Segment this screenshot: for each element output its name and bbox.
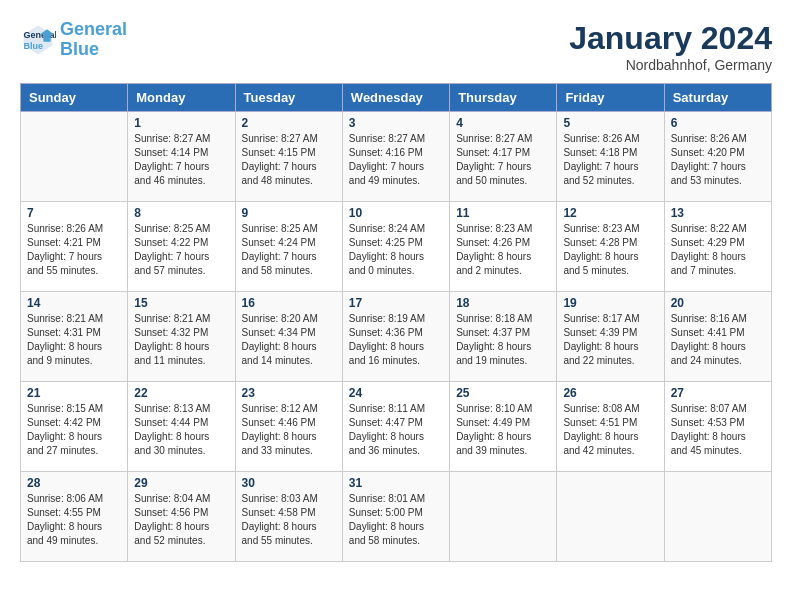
day-number: 26 bbox=[563, 386, 657, 400]
day-number: 5 bbox=[563, 116, 657, 130]
calendar-cell: 19Sunrise: 8:17 AMSunset: 4:39 PMDayligh… bbox=[557, 292, 664, 382]
day-info: Sunrise: 8:20 AMSunset: 4:34 PMDaylight:… bbox=[242, 312, 336, 368]
day-info: Sunrise: 8:03 AMSunset: 4:58 PMDaylight:… bbox=[242, 492, 336, 548]
day-header-saturday: Saturday bbox=[664, 84, 771, 112]
day-info: Sunrise: 8:19 AMSunset: 4:36 PMDaylight:… bbox=[349, 312, 443, 368]
calendar-week-5: 28Sunrise: 8:06 AMSunset: 4:55 PMDayligh… bbox=[21, 472, 772, 562]
day-header-wednesday: Wednesday bbox=[342, 84, 449, 112]
day-info: Sunrise: 8:21 AMSunset: 4:32 PMDaylight:… bbox=[134, 312, 228, 368]
day-info: Sunrise: 8:27 AMSunset: 4:14 PMDaylight:… bbox=[134, 132, 228, 188]
calendar-cell: 7Sunrise: 8:26 AMSunset: 4:21 PMDaylight… bbox=[21, 202, 128, 292]
day-number: 3 bbox=[349, 116, 443, 130]
calendar-week-1: 1Sunrise: 8:27 AMSunset: 4:14 PMDaylight… bbox=[21, 112, 772, 202]
day-info: Sunrise: 8:18 AMSunset: 4:37 PMDaylight:… bbox=[456, 312, 550, 368]
day-number: 1 bbox=[134, 116, 228, 130]
day-number: 10 bbox=[349, 206, 443, 220]
day-info: Sunrise: 8:16 AMSunset: 4:41 PMDaylight:… bbox=[671, 312, 765, 368]
calendar-cell: 11Sunrise: 8:23 AMSunset: 4:26 PMDayligh… bbox=[450, 202, 557, 292]
calendar-cell: 22Sunrise: 8:13 AMSunset: 4:44 PMDayligh… bbox=[128, 382, 235, 472]
day-number: 14 bbox=[27, 296, 121, 310]
day-number: 4 bbox=[456, 116, 550, 130]
day-number: 23 bbox=[242, 386, 336, 400]
calendar-cell: 31Sunrise: 8:01 AMSunset: 5:00 PMDayligh… bbox=[342, 472, 449, 562]
calendar-cell bbox=[664, 472, 771, 562]
calendar-cell: 8Sunrise: 8:25 AMSunset: 4:22 PMDaylight… bbox=[128, 202, 235, 292]
day-number: 8 bbox=[134, 206, 228, 220]
calendar-cell: 5Sunrise: 8:26 AMSunset: 4:18 PMDaylight… bbox=[557, 112, 664, 202]
calendar-cell: 21Sunrise: 8:15 AMSunset: 4:42 PMDayligh… bbox=[21, 382, 128, 472]
calendar-cell: 3Sunrise: 8:27 AMSunset: 4:16 PMDaylight… bbox=[342, 112, 449, 202]
svg-text:Blue: Blue bbox=[24, 41, 44, 51]
day-number: 29 bbox=[134, 476, 228, 490]
day-number: 6 bbox=[671, 116, 765, 130]
calendar-cell: 17Sunrise: 8:19 AMSunset: 4:36 PMDayligh… bbox=[342, 292, 449, 382]
day-info: Sunrise: 8:17 AMSunset: 4:39 PMDaylight:… bbox=[563, 312, 657, 368]
title-block: January 2024 Nordbahnhof, Germany bbox=[569, 20, 772, 73]
calendar-cell: 10Sunrise: 8:24 AMSunset: 4:25 PMDayligh… bbox=[342, 202, 449, 292]
day-number: 13 bbox=[671, 206, 765, 220]
day-info: Sunrise: 8:23 AMSunset: 4:26 PMDaylight:… bbox=[456, 222, 550, 278]
calendar-cell: 2Sunrise: 8:27 AMSunset: 4:15 PMDaylight… bbox=[235, 112, 342, 202]
day-number: 7 bbox=[27, 206, 121, 220]
day-info: Sunrise: 8:23 AMSunset: 4:28 PMDaylight:… bbox=[563, 222, 657, 278]
day-info: Sunrise: 8:21 AMSunset: 4:31 PMDaylight:… bbox=[27, 312, 121, 368]
day-number: 30 bbox=[242, 476, 336, 490]
calendar-table: SundayMondayTuesdayWednesdayThursdayFrid… bbox=[20, 83, 772, 562]
calendar-cell: 1Sunrise: 8:27 AMSunset: 4:14 PMDaylight… bbox=[128, 112, 235, 202]
calendar-cell: 23Sunrise: 8:12 AMSunset: 4:46 PMDayligh… bbox=[235, 382, 342, 472]
day-number: 11 bbox=[456, 206, 550, 220]
day-info: Sunrise: 8:26 AMSunset: 4:20 PMDaylight:… bbox=[671, 132, 765, 188]
day-number: 28 bbox=[27, 476, 121, 490]
day-info: Sunrise: 8:22 AMSunset: 4:29 PMDaylight:… bbox=[671, 222, 765, 278]
day-info: Sunrise: 8:04 AMSunset: 4:56 PMDaylight:… bbox=[134, 492, 228, 548]
calendar-cell: 27Sunrise: 8:07 AMSunset: 4:53 PMDayligh… bbox=[664, 382, 771, 472]
day-info: Sunrise: 8:08 AMSunset: 4:51 PMDaylight:… bbox=[563, 402, 657, 458]
calendar-cell: 9Sunrise: 8:25 AMSunset: 4:24 PMDaylight… bbox=[235, 202, 342, 292]
calendar-cell: 6Sunrise: 8:26 AMSunset: 4:20 PMDaylight… bbox=[664, 112, 771, 202]
day-info: Sunrise: 8:07 AMSunset: 4:53 PMDaylight:… bbox=[671, 402, 765, 458]
day-header-sunday: Sunday bbox=[21, 84, 128, 112]
calendar-cell: 28Sunrise: 8:06 AMSunset: 4:55 PMDayligh… bbox=[21, 472, 128, 562]
calendar-cell: 12Sunrise: 8:23 AMSunset: 4:28 PMDayligh… bbox=[557, 202, 664, 292]
day-number: 12 bbox=[563, 206, 657, 220]
calendar-cell: 29Sunrise: 8:04 AMSunset: 4:56 PMDayligh… bbox=[128, 472, 235, 562]
svg-text:General: General bbox=[24, 30, 56, 40]
calendar-week-2: 7Sunrise: 8:26 AMSunset: 4:21 PMDaylight… bbox=[21, 202, 772, 292]
calendar-cell: 13Sunrise: 8:22 AMSunset: 4:29 PMDayligh… bbox=[664, 202, 771, 292]
day-number: 15 bbox=[134, 296, 228, 310]
logo-icon: General Blue bbox=[20, 22, 56, 58]
day-info: Sunrise: 8:11 AMSunset: 4:47 PMDaylight:… bbox=[349, 402, 443, 458]
day-info: Sunrise: 8:26 AMSunset: 4:21 PMDaylight:… bbox=[27, 222, 121, 278]
day-info: Sunrise: 8:25 AMSunset: 4:24 PMDaylight:… bbox=[242, 222, 336, 278]
day-info: Sunrise: 8:12 AMSunset: 4:46 PMDaylight:… bbox=[242, 402, 336, 458]
day-info: Sunrise: 8:25 AMSunset: 4:22 PMDaylight:… bbox=[134, 222, 228, 278]
calendar-cell bbox=[21, 112, 128, 202]
day-number: 24 bbox=[349, 386, 443, 400]
day-info: Sunrise: 8:13 AMSunset: 4:44 PMDaylight:… bbox=[134, 402, 228, 458]
calendar-cell: 26Sunrise: 8:08 AMSunset: 4:51 PMDayligh… bbox=[557, 382, 664, 472]
day-number: 21 bbox=[27, 386, 121, 400]
page-header: General Blue GeneralBlue January 2024 No… bbox=[20, 20, 772, 73]
day-number: 27 bbox=[671, 386, 765, 400]
day-header-monday: Monday bbox=[128, 84, 235, 112]
calendar-week-4: 21Sunrise: 8:15 AMSunset: 4:42 PMDayligh… bbox=[21, 382, 772, 472]
day-info: Sunrise: 8:27 AMSunset: 4:17 PMDaylight:… bbox=[456, 132, 550, 188]
calendar-cell: 4Sunrise: 8:27 AMSunset: 4:17 PMDaylight… bbox=[450, 112, 557, 202]
day-number: 19 bbox=[563, 296, 657, 310]
day-number: 25 bbox=[456, 386, 550, 400]
calendar-cell: 30Sunrise: 8:03 AMSunset: 4:58 PMDayligh… bbox=[235, 472, 342, 562]
day-number: 9 bbox=[242, 206, 336, 220]
day-header-thursday: Thursday bbox=[450, 84, 557, 112]
day-header-friday: Friday bbox=[557, 84, 664, 112]
day-info: Sunrise: 8:24 AMSunset: 4:25 PMDaylight:… bbox=[349, 222, 443, 278]
logo-text: GeneralBlue bbox=[60, 20, 127, 60]
day-number: 20 bbox=[671, 296, 765, 310]
day-number: 16 bbox=[242, 296, 336, 310]
day-info: Sunrise: 8:01 AMSunset: 5:00 PMDaylight:… bbox=[349, 492, 443, 548]
day-number: 17 bbox=[349, 296, 443, 310]
calendar-cell bbox=[557, 472, 664, 562]
calendar-cell: 25Sunrise: 8:10 AMSunset: 4:49 PMDayligh… bbox=[450, 382, 557, 472]
calendar-cell: 20Sunrise: 8:16 AMSunset: 4:41 PMDayligh… bbox=[664, 292, 771, 382]
day-info: Sunrise: 8:10 AMSunset: 4:49 PMDaylight:… bbox=[456, 402, 550, 458]
calendar-week-3: 14Sunrise: 8:21 AMSunset: 4:31 PMDayligh… bbox=[21, 292, 772, 382]
